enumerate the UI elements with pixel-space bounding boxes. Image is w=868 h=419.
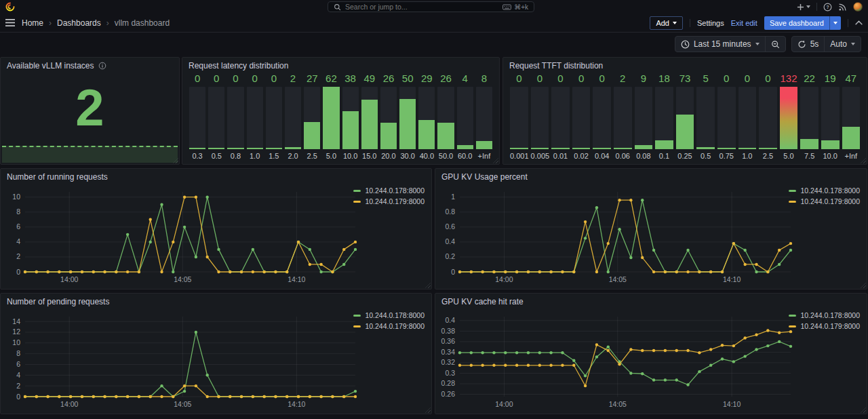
x-axis-tick: 14:10 <box>723 400 741 408</box>
chevron-down-icon <box>851 43 855 45</box>
panel-header[interactable]: Number of running requests <box>1 169 431 184</box>
breadcrumb-dashboards[interactable]: Dashboards <box>57 18 101 28</box>
data-point <box>652 249 655 252</box>
divider <box>848 19 848 27</box>
refresh-button[interactable]: 5s <box>792 37 825 52</box>
search-input[interactable] <box>345 3 498 11</box>
bar-column: 460.0 <box>457 73 473 161</box>
save-options-toggle[interactable] <box>829 16 841 30</box>
data-point <box>732 242 735 245</box>
breadcrumb-current: vllm dashboard <box>115 18 170 28</box>
data-point <box>309 263 311 266</box>
bar-column: 00.001 <box>510 73 528 161</box>
legend-item[interactable]: 10.244.0.178:8000 <box>353 311 425 319</box>
data-point <box>172 241 174 243</box>
add-button[interactable]: Add <box>650 16 683 30</box>
news-icon[interactable] <box>838 3 847 12</box>
data-point <box>789 330 792 333</box>
bar-column: 180.1 <box>655 73 673 161</box>
legend-swatch <box>353 190 361 192</box>
panel-resize-handle[interactable] <box>493 158 498 163</box>
data-point <box>319 263 322 266</box>
bar-value: 27 <box>304 73 320 85</box>
collapse-toolbar-icon[interactable] <box>855 20 863 25</box>
panel-header[interactable]: Number of pending requests <box>1 294 431 308</box>
data-point <box>766 329 769 332</box>
add-new-button[interactable] <box>797 3 810 11</box>
time-range-picker[interactable]: Last 15 minutes <box>675 37 765 52</box>
refresh-icon <box>797 40 806 49</box>
data-point <box>103 395 106 398</box>
y-axis-tick: 8 <box>16 349 20 357</box>
bar-track <box>457 87 473 149</box>
data-point <box>217 271 220 273</box>
bar-column: 01.5 <box>266 73 282 161</box>
legend-item[interactable]: 10.244.0.179:8000 <box>789 197 860 205</box>
bar-category-label: 2.0 <box>285 149 301 161</box>
search-bar[interactable]: ⌘+k <box>328 1 534 12</box>
breadcrumb-separator: › <box>106 18 109 28</box>
panel-header[interactable]: GPU KV Usage percent <box>435 169 867 184</box>
bar-track <box>361 87 378 149</box>
data-point <box>205 256 208 258</box>
data-point <box>24 395 26 398</box>
data-point <box>81 395 83 398</box>
panel-header[interactable]: Available vLLM instaces <box>1 58 179 73</box>
data-point <box>538 364 541 367</box>
bar-value: 47 <box>842 73 861 85</box>
series-line <box>460 342 791 385</box>
data-point <box>470 351 473 354</box>
bar-column: 01.0 <box>738 73 757 161</box>
panel-header[interactable]: Request TTFT distribution <box>503 58 867 73</box>
bar-category-label: 50.0 <box>437 149 454 161</box>
user-avatar[interactable] <box>853 2 863 12</box>
bar-track <box>676 87 694 149</box>
legend-item[interactable]: 10.244.0.179:8000 <box>353 197 425 205</box>
time-controls-bar: Last 15 minutes 5s Auto <box>0 33 868 56</box>
clock-icon <box>681 40 690 49</box>
series-line <box>460 200 791 272</box>
help-icon[interactable]: ? <box>823 3 832 12</box>
settings-button[interactable]: Settings <box>697 19 724 27</box>
auto-refresh-picker[interactable]: Auto <box>824 37 861 52</box>
bar-column: 22.0 <box>285 73 301 161</box>
data-point <box>58 395 60 398</box>
bar-category-label: 7.5 <box>800 149 818 161</box>
bar-track <box>800 87 818 149</box>
data-point <box>205 196 208 199</box>
legend-item[interactable]: 10.244.0.178:8000 <box>789 311 860 319</box>
data-point <box>492 364 495 367</box>
y-axis-tick: 0.36 <box>441 337 456 345</box>
legend-item[interactable]: 10.244.0.178:8000 <box>353 186 425 195</box>
data-point <box>778 263 781 266</box>
save-dashboard-button[interactable]: Save dashboard <box>764 16 841 30</box>
data-point <box>126 395 129 398</box>
bar-track <box>738 87 757 149</box>
divider <box>690 19 690 27</box>
panel-header[interactable]: GPU KV cache hit rate <box>435 294 867 308</box>
data-point <box>240 271 243 273</box>
bar-fill <box>759 148 777 149</box>
data-point <box>561 351 564 354</box>
legend-item[interactable]: 10.244.0.179:8000 <box>353 322 425 330</box>
bar-category-label: 0.5 <box>696 149 715 161</box>
info-icon[interactable] <box>98 62 106 70</box>
exit-edit-button[interactable]: Exit edit <box>731 19 757 27</box>
panel-resize-handle[interactable] <box>861 158 866 163</box>
bar-column: 50.5 <box>696 73 715 161</box>
bar-fill <box>614 148 632 149</box>
data-point <box>195 196 197 199</box>
panel-header[interactable]: Request latency distribution <box>182 58 499 73</box>
bar-category-label: 0.06 <box>614 149 632 161</box>
grafana-logo[interactable] <box>5 2 15 12</box>
y-axis-tick: 0.32 <box>441 358 456 366</box>
legend-swatch <box>353 325 361 327</box>
svg-text:?: ? <box>826 5 829 9</box>
menu-icon[interactable] <box>5 19 15 26</box>
legend-item[interactable]: 10.244.0.179:8000 <box>789 322 860 330</box>
bar-value: 0 <box>593 73 611 85</box>
zoom-out-button[interactable] <box>765 37 785 52</box>
legend-item[interactable]: 10.244.0.178:8000 <box>789 186 860 195</box>
breadcrumb-home[interactable]: Home <box>22 18 43 28</box>
data-point <box>149 395 152 398</box>
